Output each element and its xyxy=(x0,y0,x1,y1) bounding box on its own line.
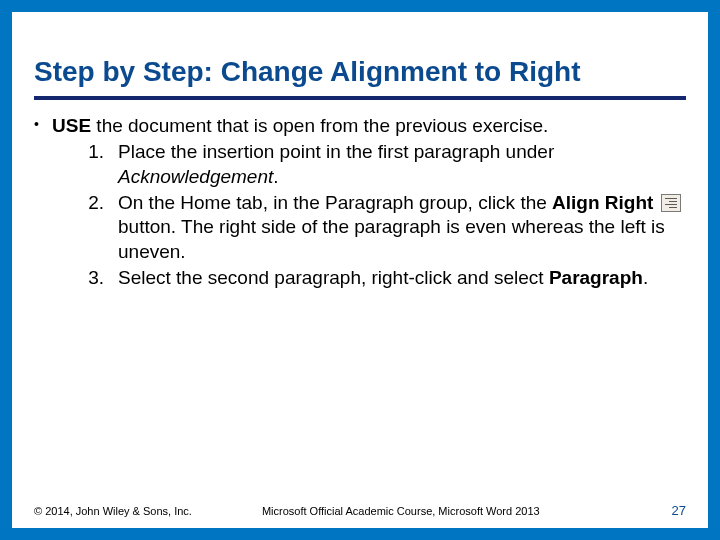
bullet-lead-rest: the document that is open from the previ… xyxy=(91,115,548,136)
list-item: 1. Place the insertion point in the firs… xyxy=(64,140,686,189)
bold-align-right: Align Right xyxy=(552,192,653,213)
slide-frame: Step by Step: Change Alignment to Right … xyxy=(0,0,720,540)
slide-content: Step by Step: Change Alignment to Right … xyxy=(34,56,686,290)
bullet-lead-bold: USE xyxy=(52,115,91,136)
footer-page-number: 27 xyxy=(672,503,686,518)
step-number: 1. xyxy=(64,140,118,189)
step-text: Select the second paragraph, right-click… xyxy=(118,266,686,290)
bold-paragraph: Paragraph xyxy=(549,267,643,288)
slide-body: • USE the document that is open from the… xyxy=(34,114,686,290)
step-text: On the Home tab, in the Paragraph group,… xyxy=(118,191,686,264)
bullet-item: • USE the document that is open from the… xyxy=(34,114,686,290)
step-number: 2. xyxy=(64,191,118,264)
step-number: 3. xyxy=(64,266,118,290)
list-item: 3. Select the second paragraph, right-cl… xyxy=(64,266,686,290)
slide-title: Step by Step: Change Alignment to Right xyxy=(34,56,686,100)
footer-course: Microsoft Official Academic Course, Micr… xyxy=(192,505,672,517)
bullet-marker: • xyxy=(34,114,52,290)
footer-copyright: © 2014, John Wiley & Sons, Inc. xyxy=(34,505,192,517)
list-item: 2. On the Home tab, in the Paragraph gro… xyxy=(64,191,686,264)
bullet-text: USE the document that is open from the p… xyxy=(52,114,686,290)
numbered-list: 1. Place the insertion point in the firs… xyxy=(52,140,686,290)
step-text: Place the insertion point in the first p… xyxy=(118,140,686,189)
emphasis-acknowledgement: Acknowledgement xyxy=(118,166,273,187)
align-right-icon xyxy=(661,194,681,212)
slide-footer: © 2014, John Wiley & Sons, Inc. Microsof… xyxy=(34,503,686,518)
